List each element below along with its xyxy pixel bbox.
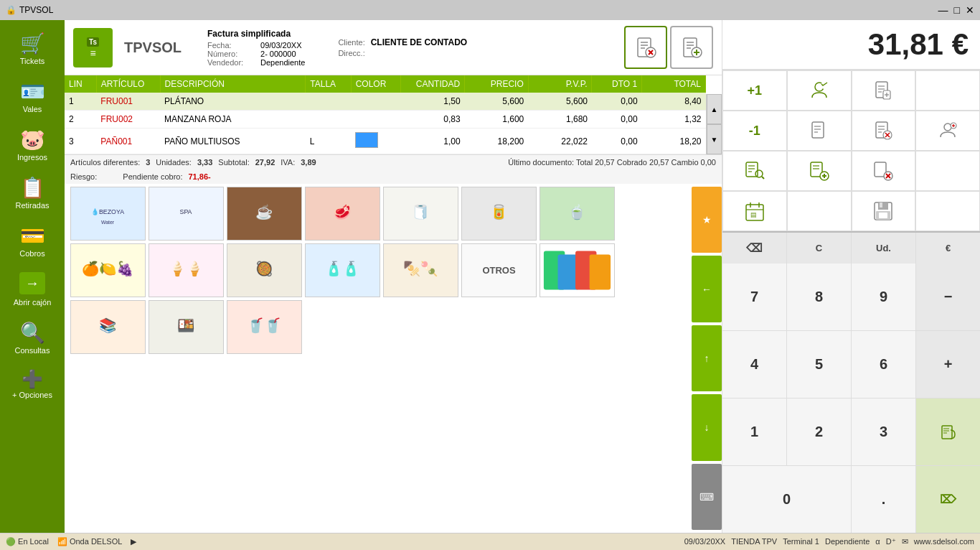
product-item-icecream[interactable]: 🍦🍦 bbox=[149, 243, 224, 297]
play-icon: ▶ bbox=[131, 537, 136, 546]
svg-rect-97 bbox=[880, 202, 882, 208]
sidebar-label-retiradas: Retiradas bbox=[15, 201, 49, 210]
cell-precio: 5,600 bbox=[465, 93, 529, 111]
svg-text:🥤🥤: 🥤🥤 bbox=[247, 317, 282, 334]
sidebar-item-ingresos[interactable]: 🐷 Ingresos bbox=[4, 122, 61, 167]
key-8[interactable]: 8 bbox=[787, 264, 851, 330]
subtotal-label: Subtotal: bbox=[218, 158, 249, 167]
plus1-button[interactable]: +1 bbox=[722, 70, 787, 111]
close-button[interactable]: ✕ bbox=[966, 4, 974, 16]
scroll-down-button[interactable]: ▼ bbox=[707, 124, 722, 154]
sidebar-item-consultas[interactable]: 🔍 Consultas bbox=[4, 315, 61, 360]
product-item-spa[interactable]: SPA bbox=[149, 187, 224, 241]
product-item-drinks[interactable]: 🥤🥤 bbox=[227, 300, 302, 354]
star-button[interactable]: ★ bbox=[692, 187, 722, 253]
wifi-icon: 📶 Onda DELSOL bbox=[57, 537, 122, 546]
document1-icon bbox=[873, 80, 893, 101]
empty-btn4 bbox=[915, 191, 980, 231]
back-button[interactable]: ← bbox=[692, 256, 722, 322]
save-button[interactable] bbox=[852, 191, 916, 231]
up-button[interactable]: ↑ bbox=[692, 325, 722, 391]
product-item-books[interactable]: 📚 bbox=[70, 300, 146, 354]
product-item-coffee[interactable]: ☕ bbox=[227, 187, 302, 241]
product-item-otros[interactable]: OTROS bbox=[461, 243, 537, 297]
sidebar-item-cobros[interactable]: 💳 Cobros bbox=[4, 218, 61, 264]
product-item-meat[interactable]: 🥩 bbox=[305, 187, 380, 241]
key-6[interactable]: 6 bbox=[852, 331, 915, 398]
cell-descripcion: MANZANA ROJA bbox=[160, 111, 306, 129]
client2-button[interactable] bbox=[915, 111, 980, 151]
backspace-button[interactable]: ⌫ bbox=[722, 233, 786, 264]
product-item-food2[interactable]: 🥘 bbox=[227, 243, 302, 297]
vendedor-label: Vendedor: bbox=[207, 58, 258, 67]
doc1-button[interactable] bbox=[852, 70, 916, 111]
sidebar-item-abrir-cajon[interactable]: → Abrir cajón bbox=[4, 266, 61, 312]
down-button[interactable]: ↓ bbox=[692, 394, 722, 460]
title-bar-icon: 🔒 bbox=[6, 5, 17, 15]
doc3-button[interactable] bbox=[852, 111, 916, 151]
euro-button[interactable]: € bbox=[916, 233, 980, 264]
col-color: COLOR bbox=[351, 75, 401, 93]
sidebar-item-opciones[interactable]: ➕ + Opciones bbox=[4, 363, 61, 405]
add-doc-button[interactable] bbox=[787, 151, 852, 191]
units-button[interactable]: Ud. bbox=[852, 233, 915, 264]
keyboard-button[interactable]: ⌨ bbox=[692, 464, 722, 530]
key-7[interactable]: 7 bbox=[722, 264, 786, 330]
svg-text:☕: ☕ bbox=[255, 203, 273, 220]
cancel-doc-button[interactable] bbox=[852, 151, 916, 191]
scroll-up-button[interactable]: ▲ bbox=[707, 94, 722, 124]
sidebar-item-retiradas[interactable]: 📋 Retiradas bbox=[4, 170, 61, 215]
calendar-icon: ▤ bbox=[745, 201, 765, 221]
cell-color bbox=[351, 129, 401, 154]
product-item-tea[interactable]: 🍵 bbox=[540, 187, 615, 241]
calendar-button[interactable]: ▤ bbox=[722, 191, 787, 231]
fecha-value: 09/03/20XX bbox=[260, 41, 305, 50]
sidebar-item-tickets[interactable]: 🛒 Tickets bbox=[4, 26, 61, 71]
key-minus[interactable]: − bbox=[916, 264, 980, 330]
product-row-2: 🍊🍋🍇 🍦🍦 🥘 bbox=[70, 243, 716, 297]
minimize-button[interactable]: — bbox=[938, 4, 948, 16]
key-5[interactable]: 5 bbox=[787, 331, 851, 398]
key-9[interactable]: 9 bbox=[852, 264, 915, 330]
doc2-button[interactable] bbox=[787, 111, 852, 151]
add-invoice-button[interactable] bbox=[670, 26, 713, 69]
key-plus[interactable]: + bbox=[916, 331, 980, 398]
table-row[interactable]: 3 PAÑ001 PAÑO MULTIUSOS L 1,00 18,200 22… bbox=[65, 129, 706, 154]
grid-navigation: ★ ← ↑ ↓ ⌨ bbox=[692, 187, 722, 530]
key-3[interactable]: 3 bbox=[852, 398, 915, 465]
cell-lin: 2 bbox=[65, 111, 96, 129]
product-item-snacks[interactable]: 🍢🍡 bbox=[383, 243, 458, 297]
product-item-cans[interactable]: 🥫 bbox=[461, 187, 537, 241]
direcc-label: Direcc.: bbox=[338, 49, 364, 57]
key-delete[interactable]: ⌦ bbox=[916, 466, 980, 533]
client-button[interactable] bbox=[787, 70, 852, 111]
product-item-fruits[interactable]: 🍊🍋🍇 bbox=[70, 243, 146, 297]
svg-point-75 bbox=[755, 170, 763, 177]
plus1-label: +1 bbox=[748, 83, 763, 98]
cancel-invoice-button[interactable] bbox=[624, 26, 667, 69]
table-row[interactable]: 2 FRU002 MANZANA ROJA 0,83 1,600 1,680 0… bbox=[65, 111, 706, 129]
key-ticket[interactable] bbox=[916, 398, 980, 465]
maximize-button[interactable]: □ bbox=[954, 4, 960, 16]
key-2[interactable]: 2 bbox=[787, 398, 851, 465]
sidebar-label-tickets: Tickets bbox=[20, 57, 44, 65]
opciones-icon: ➕ bbox=[22, 369, 43, 389]
iva-value: 3,89 bbox=[301, 158, 316, 167]
key-0[interactable]: 0 bbox=[722, 466, 851, 533]
total-display: 31,81 € bbox=[722, 20, 980, 70]
key-1[interactable]: 1 bbox=[722, 398, 786, 465]
sidebar-label-consultas: Consultas bbox=[15, 346, 50, 355]
search-doc-button[interactable] bbox=[722, 151, 787, 191]
product-item-food3[interactable]: 🍱 bbox=[149, 300, 224, 354]
articulos-label: Artículos diferentes: bbox=[70, 158, 140, 167]
sidebar-item-vales[interactable]: 🪪 Vales bbox=[4, 74, 61, 119]
product-item-bezoya[interactable]: 💧BEZOYA Water bbox=[70, 187, 146, 241]
product-item-roll[interactable]: 🧻 bbox=[383, 187, 458, 241]
table-row[interactable]: 1 FRU001 PLÁTANO 1,50 5,600 5,600 0,00 8… bbox=[65, 93, 706, 111]
key-dot[interactable]: . bbox=[852, 466, 915, 533]
minus1-button[interactable]: -1 bbox=[722, 111, 787, 151]
product-item-color-cards[interactable] bbox=[540, 243, 615, 297]
clear-button[interactable]: C bbox=[787, 233, 851, 264]
product-item-cleaning[interactable]: 🧴🧴 bbox=[305, 243, 380, 297]
key-4[interactable]: 4 bbox=[722, 331, 786, 398]
